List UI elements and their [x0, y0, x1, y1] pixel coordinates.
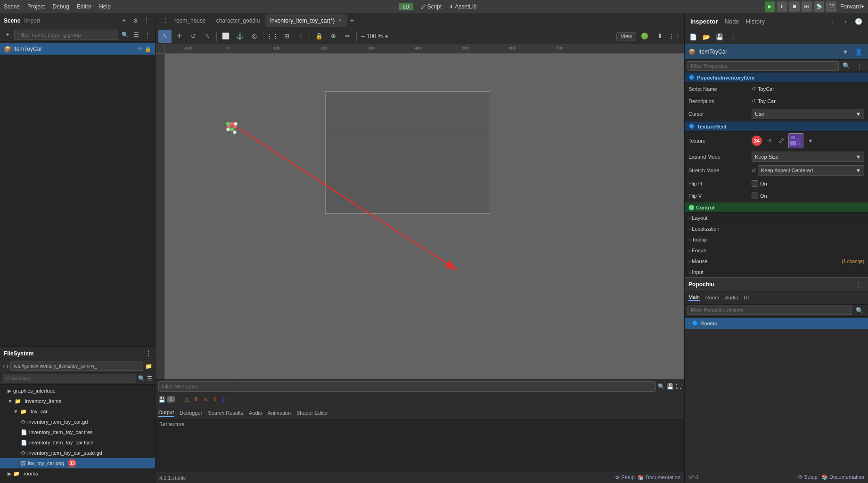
- popochiu-item-rooms[interactable]: › 🔷 Rooms: [685, 318, 868, 329]
- filesystem-tab[interactable]: FileSystem: [4, 350, 33, 357]
- tool-rect[interactable]: ⬜: [219, 30, 232, 43]
- fs-forward-btn[interactable]: ›: [7, 363, 8, 370]
- step-button[interactable]: ⏭: [802, 1, 812, 12]
- fs-item-tres[interactable]: 📄 inventory_item_toy_car.tres: [0, 427, 155, 437]
- menu-project[interactable]: Project: [27, 3, 45, 10]
- tree-item-visibility-icon[interactable]: 👁: [138, 46, 143, 52]
- fs-item-tscn[interactable]: 📄 inventory_item_toy_car.tscn: [0, 437, 155, 448]
- bottom-save-btn[interactable]: 💾: [667, 383, 674, 390]
- menu-help[interactable]: Help: [99, 3, 111, 10]
- control-mouse[interactable]: › Mouse (1 change): [685, 256, 868, 267]
- inspector-forward-btn[interactable]: ›: [840, 16, 851, 27]
- texture-clear-btn[interactable]: 🖊: [776, 136, 786, 146]
- editor-expand-btn[interactable]: ⛶: [157, 15, 169, 26]
- inspector-open-btn[interactable]: 📂: [701, 32, 712, 43]
- btab-output[interactable]: Output: [158, 409, 174, 417]
- scene-search-icon[interactable]: 🔍: [120, 30, 130, 40]
- fs-filter-icon[interactable]: 🔍: [138, 375, 145, 382]
- control-input[interactable]: › Input: [685, 267, 868, 277]
- fs-item-inventory[interactable]: ▼ 📁 inventory_items: [0, 396, 155, 406]
- expand-mode-dropdown[interactable]: Keep Size ▼: [752, 152, 864, 162]
- fs-settings-btn[interactable]: ⋮: [146, 350, 151, 357]
- movie-button[interactable]: 🎬: [826, 1, 836, 12]
- tool-scale[interactable]: ⤡: [201, 30, 214, 43]
- btn-assetlib[interactable]: ⬇ AssetLib: [449, 3, 476, 10]
- tree-item-root[interactable]: 📦 ItemToyCar 👁 🔒: [0, 43, 155, 55]
- scene-settings-btn[interactable]: ⋮: [143, 30, 152, 40]
- fs-item-state-gd[interactable]: ⚙ inventory_item_toy_car_state.gd: [0, 448, 155, 458]
- history-tab[interactable]: History: [744, 17, 767, 26]
- fs-path-input[interactable]: [10, 362, 143, 371]
- filter-properties-input[interactable]: [688, 61, 839, 71]
- tool-select[interactable]: ↖: [158, 30, 172, 43]
- tool-group[interactable]: ⊕: [327, 30, 340, 43]
- log-info-btn[interactable]: ℹ: [222, 396, 224, 403]
- import-tab[interactable]: Import: [24, 17, 40, 24]
- debug-collision-btn[interactable]: 🟢: [638, 30, 651, 43]
- stretch-mode-dropdown[interactable]: Keep Aspect Centered ▼: [758, 165, 864, 176]
- log-warning-btn[interactable]: ⚠: [184, 396, 189, 403]
- filter-options-btn[interactable]: ⋮: [854, 60, 865, 72]
- log-save-btn[interactable]: 💾: [158, 396, 165, 403]
- btab-debugger[interactable]: Debugger: [180, 409, 202, 417]
- scene-add-btn[interactable]: +: [119, 16, 129, 25]
- flip-v-checkbox[interactable]: [752, 193, 758, 199]
- btab-search[interactable]: Search Results: [208, 409, 243, 417]
- fs-collapse-btn[interactable]: 📁: [145, 363, 152, 370]
- fs-item-graphics[interactable]: ▶ graphics_interlude: [0, 386, 155, 396]
- view-button[interactable]: View: [616, 32, 636, 40]
- zoom-out-btn[interactable]: −: [361, 32, 365, 40]
- btn-script[interactable]: 🖉 Script: [421, 3, 442, 10]
- control-tooltip[interactable]: › Tooltip: [685, 234, 868, 245]
- control-localization[interactable]: › Localization: [685, 224, 868, 234]
- transform-btn[interactable]: ⬇: [653, 30, 666, 43]
- tool-pivot[interactable]: ◎: [247, 30, 261, 43]
- docs-link[interactable]: 📚 Documentation: [821, 474, 864, 480]
- control-focus[interactable]: › Focus: [685, 245, 868, 256]
- inspector-more-btn[interactable]: ⋮: [727, 32, 738, 43]
- node-profile-btn[interactable]: 👤: [853, 46, 864, 57]
- more-tools-btn[interactable]: ⋮⋮: [668, 30, 681, 43]
- scene-filter-add-btn[interactable]: +: [3, 30, 12, 40]
- menu-debug[interactable]: Debug: [52, 3, 69, 10]
- tool-grid[interactable]: ⊞: [280, 30, 293, 43]
- docs-btn[interactable]: 📚 Documentation: [638, 475, 680, 481]
- menu-editor[interactable]: Editor: [77, 3, 91, 10]
- texture-reload-btn[interactable]: ↺: [764, 136, 774, 146]
- menu-scene[interactable]: Scene: [4, 3, 20, 10]
- inspector-new-script-btn[interactable]: 📄: [688, 32, 699, 43]
- tool-script[interactable]: ✏: [341, 30, 354, 43]
- bottom-search-icon[interactable]: 🔍: [658, 383, 665, 390]
- tool-move[interactable]: ✛: [172, 30, 186, 43]
- play-button[interactable]: ▶: [765, 1, 775, 12]
- control-layout[interactable]: › Layout: [685, 213, 868, 224]
- popochiu-settings-btn[interactable]: ⋮: [853, 279, 864, 290]
- ptab-main[interactable]: Main: [688, 294, 700, 301]
- ptab-room[interactable]: Room: [705, 295, 719, 300]
- tree-item-lock-icon[interactable]: 🔒: [145, 46, 151, 52]
- tab-close-icon[interactable]: ✕: [338, 17, 342, 24]
- scene-menu-btn[interactable]: ⋮: [142, 16, 151, 25]
- cursor-dropdown[interactable]: Use ▼: [752, 109, 864, 119]
- editor-tab-character[interactable]: character_goddiu: [212, 14, 265, 27]
- btab-shader[interactable]: Shader Editor: [296, 409, 328, 417]
- canvas-area[interactable]: -100 0 100 200 300 400 500 600 700: [156, 44, 684, 379]
- texture-expand-btn[interactable]: ▼: [805, 136, 816, 146]
- tool-smart-snap[interactable]: ⋮⋮: [266, 30, 279, 43]
- remote-button[interactable]: 📡: [814, 1, 824, 12]
- fs-item-rooms[interactable]: ▶ 📁 rooms: [0, 468, 155, 479]
- editor-tab-room-house[interactable]: room_house: [170, 14, 211, 27]
- fs-view-btn[interactable]: ☰: [147, 375, 152, 382]
- fs-item-png[interactable]: 🖼 inv_toy_car.png 33: [0, 458, 155, 468]
- editor-tab-toycar[interactable]: inventory_item_toy_car(*) ✕: [265, 14, 347, 27]
- flip-h-checkbox[interactable]: [752, 180, 758, 187]
- setup-btn[interactable]: ⚙ Setup: [615, 475, 635, 481]
- inspector-tab[interactable]: Inspector: [688, 17, 720, 26]
- btn-2d[interactable]: 2D: [399, 3, 413, 10]
- btab-animation[interactable]: Animation: [268, 409, 291, 417]
- fs-item-gd[interactable]: ⚙ inventory_item_toy_car.gd: [0, 417, 155, 427]
- fs-filter-input[interactable]: [3, 374, 136, 383]
- fs-back-btn[interactable]: ‹: [3, 363, 5, 370]
- bottom-expand-btn[interactable]: ⛶: [676, 383, 681, 390]
- inspector-history-btn[interactable]: 🕐: [853, 16, 864, 27]
